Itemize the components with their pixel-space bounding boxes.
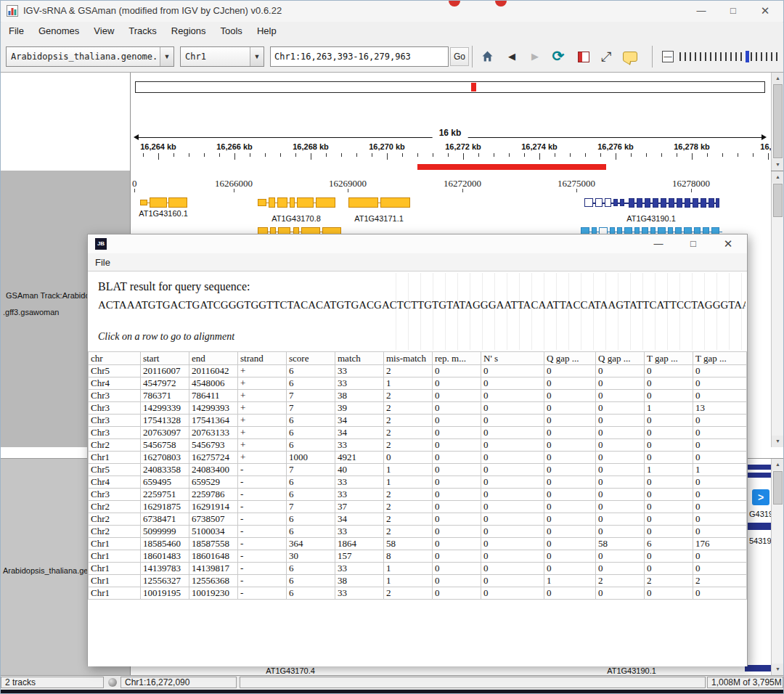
table-cell[interactable]: 0 bbox=[433, 526, 481, 538]
table-cell[interactable]: Chr1 bbox=[89, 575, 141, 587]
table-cell[interactable]: 0 bbox=[645, 513, 693, 526]
exon-box[interactable] bbox=[669, 198, 674, 208]
zoom-tick[interactable] bbox=[761, 52, 762, 61]
home-button[interactable] bbox=[476, 46, 498, 67]
vertical-scrollbar[interactable]: ▲▼ bbox=[771, 171, 784, 447]
table-cell[interactable]: 38 bbox=[335, 575, 384, 587]
table-cell[interactable]: 6 bbox=[287, 563, 335, 575]
table-row[interactable]: Chr3786371786411+7382000000 bbox=[89, 390, 747, 402]
column-header[interactable]: score bbox=[287, 352, 335, 365]
table-cell[interactable]: 1 bbox=[544, 575, 596, 587]
table-row[interactable]: Chr31754132817541364+6342000000 bbox=[89, 415, 747, 427]
table-row[interactable]: Chr322597512259786-6332000000 bbox=[89, 489, 747, 501]
table-cell[interactable]: 0 bbox=[645, 501, 693, 513]
table-cell[interactable]: 0 bbox=[544, 464, 596, 476]
exon-box[interactable] bbox=[685, 198, 690, 208]
table-cell[interactable]: 2 bbox=[384, 513, 433, 526]
table-cell[interactable]: 10019230 bbox=[189, 587, 238, 600]
dialog-close-button[interactable]: ✕ bbox=[711, 234, 746, 253]
table-row[interactable]: Chr254567585456793+6332000000 bbox=[89, 439, 747, 452]
scroll-up-button[interactable]: ▲ bbox=[772, 73, 784, 84]
table-cell[interactable]: + bbox=[238, 415, 287, 427]
exon-box[interactable] bbox=[269, 197, 275, 208]
exon-box[interactable] bbox=[653, 198, 658, 208]
table-cell[interactable]: 0 bbox=[544, 402, 596, 415]
table-cell[interactable]: 0 bbox=[596, 439, 645, 452]
exon-box[interactable] bbox=[701, 198, 706, 208]
table-cell[interactable]: 6 bbox=[287, 587, 335, 600]
table-cell[interactable]: + bbox=[238, 390, 287, 402]
table-cell[interactable]: 0 bbox=[645, 587, 693, 600]
table-cell[interactable]: 33 bbox=[335, 365, 384, 377]
table-cell[interactable]: 0 bbox=[433, 464, 481, 476]
table-cell[interactable]: 1 bbox=[384, 377, 433, 390]
column-header[interactable]: strand bbox=[238, 352, 287, 365]
table-cell[interactable]: 0 bbox=[544, 538, 596, 550]
table-cell[interactable]: 0 bbox=[544, 526, 596, 538]
table-cell[interactable]: 7 bbox=[287, 501, 335, 513]
table-cell[interactable]: 0 bbox=[596, 501, 645, 513]
table-cell[interactable]: 659529 bbox=[189, 476, 238, 489]
table-cell[interactable]: 30 bbox=[287, 550, 335, 563]
column-header[interactable]: start bbox=[141, 352, 189, 365]
maximize-button[interactable]: □ bbox=[717, 0, 749, 22]
vertical-scrollbar[interactable]: ▲▼ bbox=[771, 73, 784, 171]
table-cell[interactable]: 58 bbox=[596, 538, 645, 550]
column-header[interactable]: end bbox=[189, 352, 238, 365]
table-cell[interactable]: 0 bbox=[645, 365, 693, 377]
table-cell[interactable]: 1 bbox=[645, 402, 693, 415]
zoom-tick[interactable] bbox=[720, 52, 722, 61]
table-row[interactable]: Chr250999995100034-6332000000 bbox=[89, 526, 747, 538]
dialog-minimize-button[interactable]: — bbox=[641, 234, 676, 253]
table-cell[interactable]: 0 bbox=[481, 365, 544, 377]
table-cell[interactable]: 6 bbox=[287, 439, 335, 452]
menu-view[interactable]: View bbox=[86, 22, 121, 40]
table-cell[interactable]: 0 bbox=[544, 550, 596, 563]
feature-bar[interactable] bbox=[748, 465, 771, 470]
zoom-tick[interactable] bbox=[735, 52, 737, 61]
forward-button[interactable]: ▶ bbox=[524, 46, 546, 67]
scroll-down-button[interactable]: ▼ bbox=[772, 664, 784, 675]
table-cell[interactable]: + bbox=[238, 427, 287, 439]
table-cell[interactable]: 0 bbox=[433, 538, 481, 550]
zoom-tick[interactable] bbox=[725, 52, 727, 61]
column-header[interactable]: N' s bbox=[481, 352, 544, 365]
table-cell[interactable]: 33 bbox=[335, 587, 384, 600]
scrollbar-thumb[interactable] bbox=[773, 184, 783, 217]
dialog-menu-file[interactable]: File bbox=[88, 253, 118, 272]
feature-bar[interactable] bbox=[748, 523, 771, 530]
zoom-tick[interactable] bbox=[685, 52, 686, 61]
table-cell[interactable]: 0 bbox=[693, 439, 747, 452]
table-cell[interactable]: 0 bbox=[596, 476, 645, 489]
table-cell[interactable]: 33 bbox=[335, 377, 384, 390]
table-cell[interactable]: 0 bbox=[433, 489, 481, 501]
zoom-tick[interactable] bbox=[679, 52, 681, 61]
exon-box[interactable] bbox=[613, 199, 618, 206]
table-cell[interactable]: 0 bbox=[693, 550, 747, 563]
table-cell[interactable]: Chr2 bbox=[89, 513, 141, 526]
table-cell[interactable]: 0 bbox=[596, 513, 645, 526]
table-cell[interactable]: 0 bbox=[693, 365, 747, 377]
table-cell[interactable]: 0 bbox=[693, 476, 747, 489]
table-cell[interactable]: 0 bbox=[481, 390, 544, 402]
table-cell[interactable]: 0 bbox=[596, 489, 645, 501]
table-cell[interactable]: 0 bbox=[693, 427, 747, 439]
table-cell[interactable]: 0 bbox=[481, 415, 544, 427]
table-cell[interactable]: 0 bbox=[544, 452, 596, 464]
table-cell[interactable]: 20763133 bbox=[189, 427, 238, 439]
table-cell[interactable]: 2 bbox=[384, 501, 433, 513]
table-cell[interactable]: 0 bbox=[596, 390, 645, 402]
table-cell[interactable]: + bbox=[238, 439, 287, 452]
table-cell[interactable]: 6 bbox=[287, 526, 335, 538]
table-cell[interactable]: Chr1 bbox=[89, 550, 141, 563]
table-cell[interactable]: 0 bbox=[544, 415, 596, 427]
table-cell[interactable]: - bbox=[238, 513, 287, 526]
table-cell[interactable]: 2259786 bbox=[189, 489, 238, 501]
column-header[interactable]: mis-match bbox=[384, 352, 433, 365]
table-cell[interactable]: 0 bbox=[433, 452, 481, 464]
zoom-tick[interactable] bbox=[771, 52, 772, 61]
chevron-down-icon[interactable]: ▼ bbox=[250, 47, 264, 66]
exon-box[interactable] bbox=[595, 198, 603, 207]
table-row[interactable]: Chr11001919510019230-6332000000 bbox=[89, 587, 747, 600]
table-cell[interactable]: 0 bbox=[481, 501, 544, 513]
